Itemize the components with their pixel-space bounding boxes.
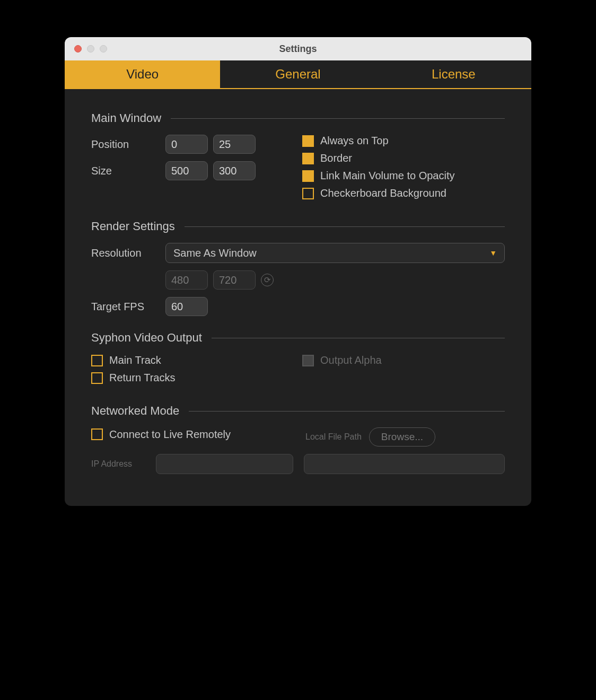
tab-general[interactable]: General <box>220 60 375 88</box>
position-y-input[interactable] <box>213 135 256 154</box>
target-fps-input[interactable] <box>165 297 208 316</box>
tabs: Video General License <box>65 60 531 89</box>
size-h-input[interactable] <box>213 161 256 180</box>
always-on-top-label: Always on Top <box>320 135 389 147</box>
resolution-label: Resolution <box>91 247 160 259</box>
tab-video[interactable]: Video <box>65 60 220 88</box>
ip-address-label: IP Address <box>91 459 150 469</box>
checkerboard-checkbox[interactable] <box>302 188 314 199</box>
return-tracks-checkbox[interactable] <box>91 372 103 384</box>
target-fps-label: Target FPS <box>91 301 160 313</box>
return-tracks-label: Return Tracks <box>109 372 175 384</box>
traffic-lights <box>74 45 107 52</box>
size-w-input[interactable] <box>165 161 208 180</box>
minimize-icon[interactable] <box>87 45 94 52</box>
position-x-input[interactable] <box>165 135 208 154</box>
section-networked: Networked Mode <box>91 404 505 418</box>
always-on-top-checkbox[interactable] <box>302 135 314 147</box>
content-area: Main Window Position Size Always <box>65 89 531 506</box>
chevron-down-icon: ▼ <box>489 249 497 257</box>
ip-address-input[interactable] <box>156 454 293 474</box>
res-h-input <box>213 270 256 290</box>
main-track-label: Main Track <box>109 354 161 366</box>
section-title: Render Settings <box>91 220 175 233</box>
close-icon[interactable] <box>74 45 82 52</box>
titlebar: Settings <box>65 37 531 60</box>
output-alpha-label: Output Alpha <box>320 354 382 366</box>
output-alpha-checkbox <box>302 355 314 366</box>
main-track-checkbox[interactable] <box>91 355 103 366</box>
maximize-icon[interactable] <box>100 45 107 52</box>
tab-license[interactable]: License <box>376 60 531 88</box>
divider <box>171 118 505 119</box>
border-label: Border <box>320 152 352 164</box>
window-title: Settings <box>65 43 531 55</box>
divider <box>212 338 505 338</box>
border-checkbox[interactable] <box>302 153 314 164</box>
browse-button[interactable]: Browse... <box>369 427 435 447</box>
local-path-input[interactable] <box>304 454 505 474</box>
section-title: Syphon Video Output <box>91 331 202 345</box>
checkerboard-label: Checkerboard Background <box>320 187 446 199</box>
connect-remote-checkbox[interactable] <box>91 428 103 440</box>
divider <box>185 226 505 227</box>
res-w-input <box>165 270 208 290</box>
resolution-select[interactable]: Same As Window ▼ <box>165 243 505 263</box>
section-syphon: Syphon Video Output <box>91 331 505 345</box>
refresh-icon[interactable]: ⟳ <box>261 274 274 286</box>
section-render-settings: Render Settings <box>91 220 505 233</box>
position-label: Position <box>91 138 160 151</box>
link-volume-label: Link Main Volume to Opacity <box>320 170 454 182</box>
divider <box>189 411 505 412</box>
resolution-value: Same As Window <box>173 247 257 259</box>
settings-window: Settings Video General License Main Wind… <box>65 37 531 506</box>
size-label: Size <box>91 165 160 177</box>
connect-remote-label: Connect to Live Remotely <box>109 428 231 441</box>
local-path-label: Local File Path <box>305 432 362 442</box>
link-volume-checkbox[interactable] <box>302 170 314 182</box>
section-title: Networked Mode <box>91 404 179 418</box>
section-title: Main Window <box>91 111 161 125</box>
section-main-window: Main Window <box>91 111 505 125</box>
